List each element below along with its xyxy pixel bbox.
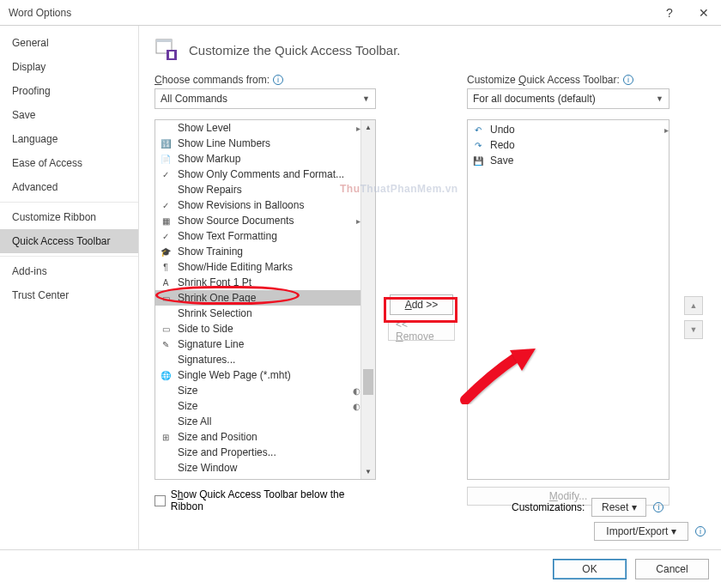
- show-below-ribbon-checkbox[interactable]: [154, 495, 166, 506]
- scroll-thumb[interactable]: [363, 369, 373, 395]
- chevron-down-icon: ▼: [362, 94, 370, 103]
- show-below-ribbon-label: Show Quick Access Toolbar below the Ribb…: [171, 488, 376, 512]
- category-sidebar: General Display Proofing Save Language E…: [0, 26, 139, 549]
- help-button[interactable]: ?: [652, 0, 687, 26]
- sidebar-item-customize-ribbon[interactable]: Customize Ribbon: [0, 202, 138, 229]
- sidebar-item-advanced[interactable]: Advanced: [0, 175, 138, 199]
- qat-item[interactable]: 💾Save: [468, 153, 669, 168]
- sidebar-item-general[interactable]: General: [0, 31, 138, 55]
- show-below-ribbon-row: Show Quick Access Toolbar below the Ribb…: [154, 488, 376, 512]
- info-icon[interactable]: i: [653, 502, 663, 512]
- command-item[interactable]: ¶Show/Hide Editing Marks: [155, 259, 360, 275]
- sidebar-item-save[interactable]: Save: [0, 103, 138, 127]
- info-icon[interactable]: i: [623, 75, 633, 85]
- command-item[interactable]: ▭Side to Side: [155, 321, 360, 336]
- command-label: Skip Numbering: [178, 477, 360, 479]
- customizations-area: Customizations: Reset ▾ i Import/Export …: [512, 498, 706, 541]
- command-icon: ▦: [159, 216, 173, 226]
- command-icon: ▭: [159, 324, 173, 334]
- qat-listbox[interactable]: ↶Undo▸↷Redo💾Save: [467, 119, 670, 480]
- command-item[interactable]: Size◐: [155, 383, 360, 398]
- command-item[interactable]: ▭Shrink One Page: [155, 290, 360, 306]
- ok-button[interactable]: OK: [553, 559, 627, 579]
- command-icon: ✎: [159, 340, 173, 349]
- submenu-icon: ◐: [353, 386, 360, 396]
- info-icon[interactable]: i: [695, 526, 706, 536]
- dialog-footer: OK Cancel: [0, 549, 721, 587]
- choose-commands-combo[interactable]: All Commands▼: [154, 88, 376, 109]
- scrollbar[interactable]: ▲ ▼: [360, 120, 375, 479]
- scroll-down-button[interactable]: ▼: [361, 464, 375, 479]
- command-icon: ¶: [159, 263, 173, 272]
- cancel-button[interactable]: Cancel: [635, 559, 709, 579]
- qat-item-label: Save: [490, 155, 669, 167]
- remove-button: << Remove: [388, 320, 455, 341]
- command-label: Show Only Comments and Format...: [178, 168, 360, 180]
- command-item[interactable]: AShrink Font 1 Pt: [155, 275, 360, 290]
- command-item[interactable]: Shrink Selection: [155, 306, 360, 321]
- command-item[interactable]: ✓Show Text Formatting: [155, 228, 360, 244]
- command-icon: 🔢: [159, 139, 173, 149]
- command-item[interactable]: Skip Numbering: [155, 476, 360, 479]
- window-title: Word Options: [9, 7, 652, 19]
- sidebar-item-proofing[interactable]: Proofing: [0, 79, 138, 103]
- scroll-up-button[interactable]: ▲: [361, 120, 375, 135]
- command-item[interactable]: 📄Show Markup: [155, 151, 360, 167]
- sidebar-item-add-ins[interactable]: Add-ins: [0, 256, 138, 283]
- sidebar-item-display[interactable]: Display: [0, 55, 138, 79]
- close-button[interactable]: ✕: [687, 0, 721, 26]
- command-label: Show/Hide Editing Marks: [178, 261, 360, 273]
- reorder-buttons: ▲ ▼: [682, 122, 706, 512]
- command-label: Size: [178, 385, 348, 397]
- command-label: Size and Position: [178, 431, 360, 443]
- submenu-icon: ▸: [664, 125, 669, 135]
- command-label: Shrink One Page: [178, 292, 360, 304]
- sidebar-item-language[interactable]: Language: [0, 127, 138, 151]
- move-up-button[interactable]: ▲: [684, 296, 703, 315]
- sidebar-item-quick-access-toolbar[interactable]: Quick Access Toolbar: [0, 229, 138, 253]
- command-item[interactable]: Signatures...: [155, 352, 360, 367]
- command-item[interactable]: ✓Show Only Comments and Format...: [155, 167, 360, 182]
- info-icon[interactable]: i: [273, 75, 283, 85]
- customize-qat-combo[interactable]: For all documents (default)▼: [467, 88, 670, 109]
- sidebar-item-trust-center[interactable]: Trust Center: [0, 283, 138, 307]
- qat-item-icon: 💾: [471, 156, 485, 166]
- command-label: Size All: [178, 415, 360, 427]
- command-label: Shrink Selection: [178, 307, 360, 319]
- command-item[interactable]: ✓Show Revisions in Balloons: [155, 197, 360, 213]
- command-item[interactable]: Show Level▸: [155, 120, 360, 136]
- add-button[interactable]: Add >>: [390, 294, 453, 315]
- qat-item-icon: ↶: [471, 125, 485, 135]
- commands-listbox[interactable]: Show Level▸🔢Show Line Numbers📄Show Marku…: [154, 119, 376, 480]
- qat-item[interactable]: ↷Redo: [468, 137, 669, 153]
- command-icon: ✓: [159, 170, 173, 179]
- command-icon: 🌐: [159, 371, 173, 380]
- command-item[interactable]: ✎Signature Line: [155, 336, 360, 352]
- reset-button[interactable]: Reset ▾: [591, 498, 646, 517]
- command-item[interactable]: Size◐: [155, 398, 360, 414]
- command-item[interactable]: 🌐Single Web Page (*.mht): [155, 367, 360, 383]
- command-label: Single Web Page (*.mht): [178, 369, 360, 381]
- qat-item[interactable]: ↶Undo▸: [468, 122, 669, 137]
- customize-qat-label: Customize Quick Access Toolbar: i: [467, 74, 670, 86]
- command-label: Signature Line: [178, 338, 360, 350]
- command-item[interactable]: ▦Show Source Documents▸: [155, 213, 360, 228]
- choose-commands-label: Choose commands from: i: [154, 74, 376, 86]
- command-label: Show Line Numbers: [178, 137, 360, 149]
- svg-rect-1: [156, 39, 172, 42]
- command-item[interactable]: Show Repairs: [155, 182, 360, 197]
- command-item[interactable]: 🎓Show Training: [155, 244, 360, 259]
- command-item[interactable]: Size Window: [155, 460, 360, 476]
- command-item[interactable]: Size All: [155, 414, 360, 429]
- content-pane: Customize the Quick Access Toolbar. Choo…: [139, 26, 721, 549]
- move-down-button[interactable]: ▼: [684, 320, 703, 339]
- command-item[interactable]: 🔢Show Line Numbers: [155, 136, 360, 151]
- command-label: Side to Side: [178, 323, 360, 335]
- sidebar-item-ease-of-access[interactable]: Ease of Access: [0, 151, 138, 175]
- command-icon: 📄: [159, 155, 173, 164]
- qat-item-label: Undo: [490, 124, 659, 136]
- command-item[interactable]: ⊞Size and Position: [155, 429, 360, 445]
- command-item[interactable]: Size and Properties...: [155, 445, 360, 460]
- command-label: Show Level: [178, 122, 351, 134]
- import-export-button[interactable]: Import/Export ▾: [594, 522, 688, 541]
